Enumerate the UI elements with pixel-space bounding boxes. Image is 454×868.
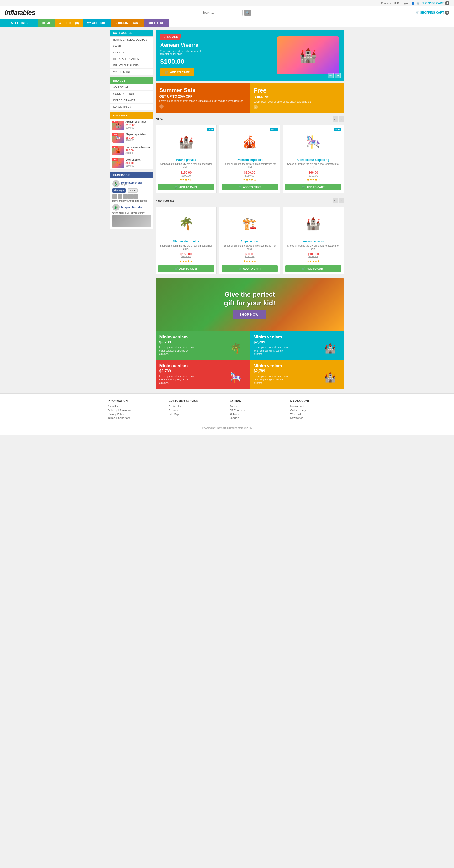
new-product-desc-0: Shops all around the city are a real tem… [158, 162, 214, 169]
footer-link-wishlist[interactable]: Wish List [290, 413, 347, 415]
search-button[interactable]: 🔍 [244, 10, 251, 16]
hero-next-button[interactable]: → [335, 72, 341, 78]
new-product-name-1[interactable]: Praesent imperdiet [222, 158, 278, 162]
nav-wishlist[interactable]: WISH LIST (0) [55, 19, 83, 27]
new-badge-0: NEW [206, 128, 214, 131]
content-area: SPECIALS Aenean Viverra Shops all around… [156, 30, 344, 389]
header-cart[interactable]: 🛒 SHOPPING CART 0 [416, 10, 449, 15]
footer-columns: INFORMATION About Us Delivery Informatio… [108, 399, 347, 420]
brand-conse[interactable]: CONSE CTETUR [110, 91, 153, 97]
promo-cell-3[interactable]: Minim veniam $2,789 Lorem ipsum dolor si… [250, 360, 344, 389]
promo-cell-1[interactable]: Minim veniam $2,789 Lorem ipsum dolor si… [250, 331, 344, 360]
footer-link-vouchers[interactable]: Gift Vouchers [229, 409, 286, 412]
sidebar-item-bouncer[interactable]: BOUNCER SLIDE COMBOS [110, 36, 153, 43]
special-item-0[interactable]: 🏰 -25% Aliquam dolor tellus $150.00 $200… [110, 119, 153, 132]
special-info-1: Aliquam eget tellus $80.00 $100.00 [126, 133, 151, 142]
hero-add-to-cart-button[interactable]: 🛒 ADD TO CART [160, 68, 194, 76]
promo-left-arrow[interactable]: → [159, 104, 164, 108]
featured-product-name-1[interactable]: Aliquam eget [222, 240, 278, 243]
footer-col-service: CUSTOMER SERVICE Contact Us Returns Site… [169, 399, 225, 420]
footer-link-privacy[interactable]: Privacy Policy [108, 413, 164, 415]
new-product-price-0: $150.00 [158, 170, 214, 174]
footer-link-sitemap[interactable]: Site Map [169, 413, 225, 415]
special-item-2[interactable]: 🎪 -40% Consectetur adipiscing $60.00 $10… [110, 145, 153, 157]
featured-add-to-cart-0[interactable]: 🛒 ADD TO CART [158, 266, 214, 272]
sidebar-item-houses[interactable]: HOUSES [110, 50, 153, 56]
footer-link-orders[interactable]: Order History [290, 409, 347, 412]
logo[interactable]: inflatables [5, 9, 35, 17]
language-select[interactable]: English [401, 2, 410, 4]
fb-share-button[interactable]: Share [128, 188, 138, 193]
new-product-name-2[interactable]: Consectetur adipiscing [285, 158, 342, 162]
footer: INFORMATION About Us Delivery Informatio… [0, 393, 454, 435]
new-section-title: NEW [156, 117, 164, 121]
new-product-name-0[interactable]: Mauris gravida [158, 158, 214, 162]
footer-col-title-account: MY ACCOUNT [290, 399, 347, 403]
footer-link-returns[interactable]: Returns [169, 409, 225, 412]
shop-now-button[interactable]: SHOP NOW! [233, 310, 266, 319]
promo-cell-2[interactable]: Minim veniam $2,789 Lorem ipsum dolor si… [156, 360, 250, 389]
hero-prev-button[interactable]: ← [328, 72, 333, 78]
featured-add-label-1: ADD TO CART [243, 267, 261, 270]
footer-link-affiliates[interactable]: Affiliates [229, 413, 286, 415]
brand-adipiscing[interactable]: ADIPISCING [110, 84, 153, 91]
featured-product-emoji-1: 🏗️ [242, 217, 257, 230]
featured-product-grid: 🌴 Aliquam dolor tellus Shops all around … [156, 207, 344, 275]
featured-product-oldprice-2: $150.00 [285, 256, 342, 259]
new-add-to-cart-2[interactable]: 🛒 ADD TO CART [285, 184, 342, 190]
special-price-new-1: $80.00 [126, 136, 151, 139]
featured-product-price-0: $150.00 [158, 252, 214, 256]
promo-cell-img-0: 🌴 [224, 339, 248, 358]
fb-info: TemplateMonster 66,761 likes [121, 181, 142, 186]
special-item-1[interactable]: 🎠 -20% Aliquam eget tellus $80.00 $100.0… [110, 132, 153, 145]
currency-select[interactable]: USD [394, 2, 399, 4]
new-next-button[interactable]: → [339, 117, 344, 122]
brand-lorem[interactable]: LOREM IPSUM [110, 103, 153, 110]
featured-product-desc-0: Shops all around the city are a real tem… [158, 244, 214, 251]
sidebar-item-games[interactable]: INFLATABLE GAMES [110, 56, 153, 62]
featured-product-name-2[interactable]: Aenean viverra [285, 240, 342, 243]
featured-prev-button[interactable]: ← [332, 198, 338, 203]
footer-link-newsletter[interactable]: Newsletter [290, 416, 347, 419]
featured-product-oldprice-0: $200.00 [158, 256, 214, 259]
special-item-3[interactable]: 🏗️ -20% Dolor sit amet $80.00 $100.00 [110, 157, 153, 170]
footer-link-specials[interactable]: Specials [229, 416, 286, 419]
special-price-old-1: $100.00 [126, 139, 151, 142]
user-icon[interactable]: 👤 [412, 2, 414, 4]
fb-like-button[interactable]: Like Page [112, 188, 126, 193]
footer-link-myaccount[interactable]: My Account [290, 405, 347, 408]
promo-banners: Summer Sale GET UP TO 25% OFF Lorem ipsu… [156, 83, 344, 113]
promo-right-arrow[interactable]: → [254, 105, 258, 109]
nav-checkout[interactable]: CHECKOUT [144, 19, 169, 27]
sidebar-item-water[interactable]: WATER SLIDES [110, 69, 153, 75]
featured-next-button[interactable]: → [339, 198, 344, 203]
sidebar-item-castles[interactable]: CASTLES [110, 43, 153, 50]
promo-cell-0[interactable]: Minim veniam $2,789 Lorem ipsum dolor si… [156, 331, 250, 360]
header: inflatables 🔍 🛒 SHOPPING CART 0 [0, 6, 454, 19]
new-add-to-cart-1[interactable]: 🛒 ADD TO CART [222, 184, 278, 190]
cart-icon-feat-0: 🛒 [175, 267, 178, 270]
nav-cart[interactable]: SHOPPING CART [111, 19, 144, 27]
new-product-emoji-2: 🎠 [306, 135, 321, 149]
special-price-new-2: $60.00 [126, 149, 151, 152]
footer-link-contact[interactable]: Contact Us [169, 405, 225, 408]
sidebar-item-slides[interactable]: INFLATABLE SLIDES [110, 62, 153, 69]
featured-add-to-cart-2[interactable]: 🛒 ADD TO CART [285, 266, 342, 272]
new-prev-button[interactable]: ← [332, 117, 338, 122]
cart-top-link[interactable]: 🛒 SHOPPING CART 0 [417, 1, 449, 5]
featured-product-name-0[interactable]: Aliquam dolor tellus [158, 240, 214, 243]
promo-cell-text-3: Lorem ipsum dolor sit amet conse cletur … [254, 375, 292, 385]
footer-link-about[interactable]: About Us [108, 405, 164, 408]
footer-link-delivery[interactable]: Delivery Information [108, 409, 164, 412]
nav-account[interactable]: MY ACCOUNT [83, 19, 111, 27]
brand-dolor[interactable]: DOLOR SIT AMET [110, 97, 153, 103]
fb-name[interactable]: TemplateMonster [121, 181, 142, 184]
featured-add-to-cart-1[interactable]: 🛒 ADD TO CART [222, 266, 278, 272]
footer-link-terms[interactable]: Terms & Conditions [108, 416, 164, 419]
new-add-to-cart-0[interactable]: 🛒 ADD TO CART [158, 184, 214, 190]
nav-home[interactable]: HOME [38, 19, 55, 27]
search-input[interactable] [200, 9, 242, 16]
footer-copyright: Powered by OpenCart Inflatables store © … [108, 424, 347, 429]
promo-emoji-2: 🎠 [230, 372, 242, 383]
footer-link-brands[interactable]: Brands [229, 405, 286, 408]
